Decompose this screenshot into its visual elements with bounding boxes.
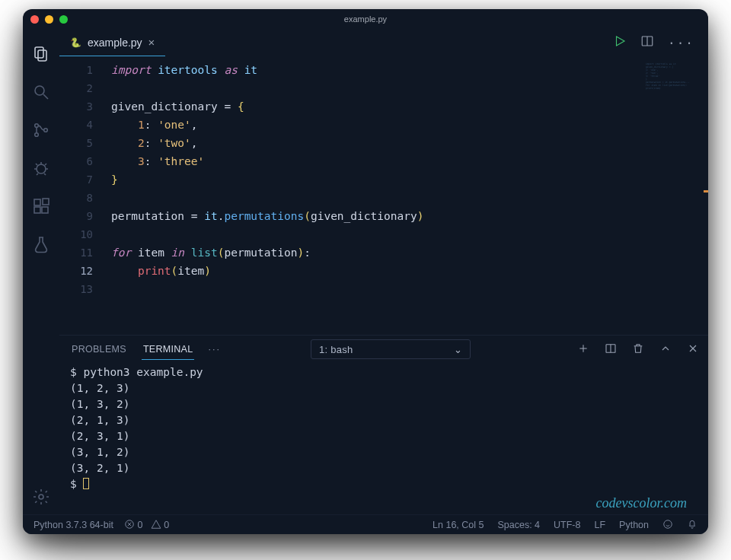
- settings-gear-icon[interactable]: [23, 479, 59, 514]
- run-icon[interactable]: [613, 34, 627, 51]
- svg-point-5: [35, 133, 39, 137]
- activity-bar: [23, 29, 59, 514]
- debug-icon[interactable]: [23, 151, 59, 186]
- maximize-panel-icon[interactable]: [659, 342, 672, 357]
- svg-rect-9: [34, 207, 40, 213]
- extensions-icon[interactable]: [23, 189, 59, 224]
- terminal-select-value: 1: bash: [319, 344, 353, 355]
- vscode-window: example.py: [23, 9, 708, 534]
- svg-point-7: [37, 164, 46, 173]
- status-eol[interactable]: LF: [594, 520, 605, 530]
- svg-point-25: [664, 520, 672, 529]
- explorer-icon[interactable]: [23, 37, 59, 72]
- source-control-icon[interactable]: [23, 113, 59, 148]
- feedback-icon[interactable]: [662, 519, 673, 530]
- search-icon[interactable]: [23, 75, 59, 110]
- terminal-output[interactable]: $ python3 example.py (1, 2, 3) (1, 3, 2)…: [59, 363, 699, 514]
- split-editor-icon[interactable]: [640, 34, 654, 51]
- status-interpreter[interactable]: Python 3.7.3 64-bit: [34, 520, 113, 530]
- close-panel-icon[interactable]: [687, 342, 699, 357]
- kill-terminal-icon[interactable]: [632, 342, 644, 357]
- bottom-panel: PROBLEMS TERMINAL ··· 1: bash ⌄: [59, 335, 708, 514]
- status-bar: Python 3.7.3 64-bit 0 0 Ln 16, Col 5 Spa…: [23, 514, 708, 534]
- status-problems[interactable]: 0 0: [124, 519, 169, 530]
- tab-example-py[interactable]: 🐍 example.py ×: [59, 29, 165, 56]
- status-encoding[interactable]: UTF-8: [554, 520, 580, 530]
- editor[interactable]: 12345678910111213 import itertools as it…: [59, 56, 708, 335]
- terminal-select[interactable]: 1: bash ⌄: [311, 339, 471, 359]
- new-terminal-icon[interactable]: [577, 342, 589, 357]
- window-title: example.py: [23, 14, 708, 24]
- svg-rect-11: [43, 199, 49, 205]
- titlebar[interactable]: example.py: [23, 9, 708, 29]
- split-terminal-icon[interactable]: [605, 342, 617, 357]
- svg-point-4: [35, 124, 39, 128]
- svg-point-12: [39, 495, 43, 499]
- watermark: codevscolor.com: [596, 495, 687, 511]
- panel-tab-terminal[interactable]: TERMINAL: [142, 339, 195, 360]
- line-gutter: 12345678910111213: [59, 56, 104, 335]
- svg-point-2: [35, 86, 44, 95]
- chevron-down-icon: ⌄: [454, 344, 462, 355]
- overview-ruler-marker: [704, 190, 708, 192]
- testing-icon[interactable]: [23, 227, 59, 262]
- svg-rect-10: [42, 207, 48, 213]
- panel-tab-problems[interactable]: PROBLEMS: [70, 339, 128, 359]
- more-actions-icon[interactable]: ···: [668, 36, 694, 50]
- tab-bar: 🐍 example.py × ···: [59, 29, 708, 56]
- tab-filename: example.py: [88, 37, 142, 49]
- status-cursor-position[interactable]: Ln 16, Col 5: [433, 520, 484, 530]
- svg-point-6: [44, 129, 48, 132]
- svg-rect-1: [38, 50, 46, 61]
- svg-marker-13: [617, 37, 625, 46]
- panel-tab-more-icon[interactable]: ···: [208, 344, 220, 355]
- minimap[interactable]: import itertools as itgiven_dictionary =…: [644, 61, 705, 114]
- close-tab-icon[interactable]: ×: [148, 36, 155, 49]
- svg-rect-8: [34, 199, 40, 205]
- svg-rect-0: [35, 47, 43, 58]
- status-language[interactable]: Python: [619, 520, 649, 530]
- python-file-icon: 🐍: [70, 37, 81, 48]
- svg-line-3: [43, 94, 48, 99]
- code-area[interactable]: import itertools as it given_dictionary …: [104, 56, 708, 335]
- notifications-icon[interactable]: [687, 519, 697, 530]
- status-indentation[interactable]: Spaces: 4: [497, 520, 540, 530]
